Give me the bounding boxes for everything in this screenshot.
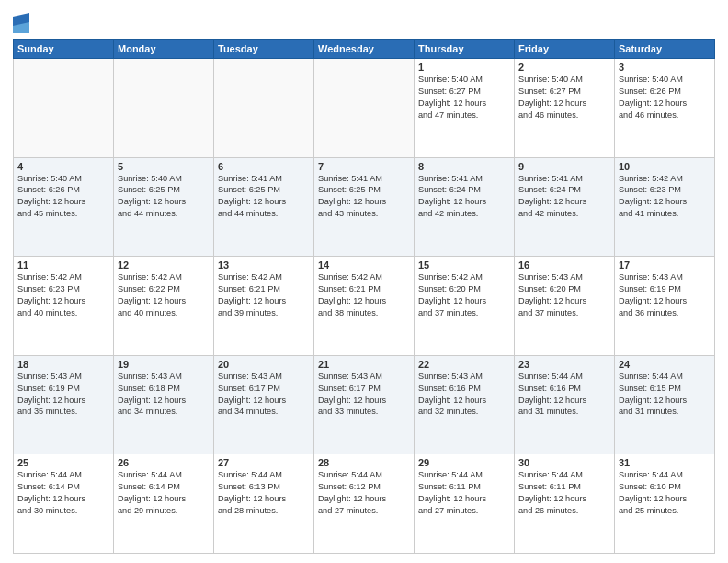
weekday-header: Tuesday [214,40,314,59]
calendar-week-row: 25Sunrise: 5:44 AM Sunset: 6:14 PM Dayli… [14,454,715,554]
day-info: Sunrise: 5:40 AM Sunset: 6:27 PM Dayligh… [518,74,610,121]
calendar-header-row: SundayMondayTuesdayWednesdayThursdayFrid… [14,40,715,59]
calendar-day-cell: 6Sunrise: 5:41 AM Sunset: 6:25 PM Daylig… [214,157,314,257]
weekday-header: Sunday [14,40,114,59]
day-number: 27 [218,457,310,468]
day-number: 7 [318,161,410,172]
day-number: 23 [518,359,610,370]
calendar-day-cell: 8Sunrise: 5:41 AM Sunset: 6:24 PM Daylig… [415,157,515,257]
day-info: Sunrise: 5:42 AM Sunset: 6:23 PM Dayligh… [619,173,711,221]
day-info: Sunrise: 5:43 AM Sunset: 6:16 PM Dayligh… [418,371,510,419]
calendar-day-cell [14,59,114,158]
day-info: Sunrise: 5:44 AM Sunset: 6:15 PM Dayligh… [619,371,711,419]
day-number: 13 [218,259,310,270]
calendar-day-cell: 7Sunrise: 5:41 AM Sunset: 6:25 PM Daylig… [314,157,415,257]
day-info: Sunrise: 5:43 AM Sunset: 6:19 PM Dayligh… [17,371,109,419]
day-number: 30 [518,457,610,468]
header [13,9,715,33]
calendar-week-row: 11Sunrise: 5:42 AM Sunset: 6:23 PM Dayli… [14,257,715,356]
day-info: Sunrise: 5:43 AM Sunset: 6:17 PM Dayligh… [318,371,410,419]
day-info: Sunrise: 5:42 AM Sunset: 6:23 PM Dayligh… [17,271,109,319]
day-number: 21 [318,359,410,370]
day-number: 2 [518,62,610,73]
calendar-week-row: 4Sunrise: 5:40 AM Sunset: 6:26 PM Daylig… [14,157,715,257]
calendar-day-cell: 31Sunrise: 5:44 AM Sunset: 6:10 PM Dayli… [615,454,715,554]
logo-icon [13,13,29,33]
calendar-day-cell: 4Sunrise: 5:40 AM Sunset: 6:26 PM Daylig… [14,157,114,257]
day-number: 17 [619,259,711,270]
day-number: 19 [118,359,210,370]
day-number: 31 [619,457,711,468]
day-number: 1 [418,62,510,73]
calendar-day-cell: 29Sunrise: 5:44 AM Sunset: 6:11 PM Dayli… [415,454,515,554]
day-number: 14 [318,259,410,270]
day-info: Sunrise: 5:41 AM Sunset: 6:25 PM Dayligh… [218,173,310,221]
weekday-header: Monday [114,40,214,59]
calendar-day-cell: 23Sunrise: 5:44 AM Sunset: 6:16 PM Dayli… [515,355,615,454]
day-number: 8 [418,161,510,172]
day-number: 10 [619,161,711,172]
day-info: Sunrise: 5:44 AM Sunset: 6:11 PM Dayligh… [518,469,610,517]
day-number: 25 [17,457,109,468]
day-info: Sunrise: 5:44 AM Sunset: 6:16 PM Dayligh… [518,371,610,419]
day-number: 4 [17,161,109,172]
day-number: 5 [118,161,210,172]
calendar-day-cell: 25Sunrise: 5:44 AM Sunset: 6:14 PM Dayli… [14,454,114,554]
day-number: 16 [518,259,610,270]
day-info: Sunrise: 5:43 AM Sunset: 6:19 PM Dayligh… [619,271,711,319]
day-info: Sunrise: 5:44 AM Sunset: 6:13 PM Dayligh… [218,469,310,517]
day-number: 3 [619,62,711,73]
calendar-table: SundayMondayTuesdayWednesdayThursdayFrid… [13,39,715,554]
calendar-day-cell: 26Sunrise: 5:44 AM Sunset: 6:14 PM Dayli… [114,454,214,554]
day-info: Sunrise: 5:44 AM Sunset: 6:12 PM Dayligh… [318,469,410,517]
day-info: Sunrise: 5:44 AM Sunset: 6:14 PM Dayligh… [118,469,210,517]
page: SundayMondayTuesdayWednesdayThursdayFrid… [0,0,728,563]
day-number: 6 [218,161,310,172]
calendar-day-cell: 27Sunrise: 5:44 AM Sunset: 6:13 PM Dayli… [214,454,314,554]
day-info: Sunrise: 5:43 AM Sunset: 6:18 PM Dayligh… [118,371,210,419]
logo [13,13,32,33]
day-info: Sunrise: 5:41 AM Sunset: 6:25 PM Dayligh… [318,173,410,221]
day-number: 20 [218,359,310,370]
day-info: Sunrise: 5:44 AM Sunset: 6:11 PM Dayligh… [418,469,510,517]
day-info: Sunrise: 5:41 AM Sunset: 6:24 PM Dayligh… [518,173,610,221]
day-info: Sunrise: 5:40 AM Sunset: 6:26 PM Dayligh… [17,173,109,221]
day-info: Sunrise: 5:42 AM Sunset: 6:21 PM Dayligh… [218,271,310,319]
calendar-day-cell: 1Sunrise: 5:40 AM Sunset: 6:27 PM Daylig… [415,59,515,158]
day-info: Sunrise: 5:42 AM Sunset: 6:20 PM Dayligh… [418,271,510,319]
day-info: Sunrise: 5:41 AM Sunset: 6:24 PM Dayligh… [418,173,510,221]
day-info: Sunrise: 5:40 AM Sunset: 6:26 PM Dayligh… [619,74,711,121]
calendar-day-cell: 15Sunrise: 5:42 AM Sunset: 6:20 PM Dayli… [415,257,515,356]
weekday-header: Saturday [615,40,715,59]
calendar-day-cell: 17Sunrise: 5:43 AM Sunset: 6:19 PM Dayli… [615,257,715,356]
calendar-day-cell: 24Sunrise: 5:44 AM Sunset: 6:15 PM Dayli… [615,355,715,454]
day-number: 15 [418,259,510,270]
day-number: 28 [318,457,410,468]
day-number: 29 [418,457,510,468]
calendar-day-cell: 12Sunrise: 5:42 AM Sunset: 6:22 PM Dayli… [114,257,214,356]
day-number: 12 [118,259,210,270]
calendar-day-cell: 18Sunrise: 5:43 AM Sunset: 6:19 PM Dayli… [14,355,114,454]
day-number: 18 [17,359,109,370]
calendar-day-cell: 11Sunrise: 5:42 AM Sunset: 6:23 PM Dayli… [14,257,114,356]
calendar-day-cell [214,59,314,158]
day-info: Sunrise: 5:40 AM Sunset: 6:25 PM Dayligh… [118,173,210,221]
calendar-day-cell: 21Sunrise: 5:43 AM Sunset: 6:17 PM Dayli… [314,355,415,454]
day-info: Sunrise: 5:42 AM Sunset: 6:21 PM Dayligh… [318,271,410,319]
calendar-week-row: 1Sunrise: 5:40 AM Sunset: 6:27 PM Daylig… [14,59,715,158]
calendar-day-cell [114,59,214,158]
calendar-day-cell: 19Sunrise: 5:43 AM Sunset: 6:18 PM Dayli… [114,355,214,454]
calendar-day-cell: 2Sunrise: 5:40 AM Sunset: 6:27 PM Daylig… [515,59,615,158]
calendar-week-row: 18Sunrise: 5:43 AM Sunset: 6:19 PM Dayli… [14,355,715,454]
calendar-day-cell: 9Sunrise: 5:41 AM Sunset: 6:24 PM Daylig… [515,157,615,257]
calendar-day-cell: 13Sunrise: 5:42 AM Sunset: 6:21 PM Dayli… [214,257,314,356]
calendar-day-cell: 5Sunrise: 5:40 AM Sunset: 6:25 PM Daylig… [114,157,214,257]
day-number: 24 [619,359,711,370]
weekday-header: Friday [515,40,615,59]
calendar-day-cell: 22Sunrise: 5:43 AM Sunset: 6:16 PM Dayli… [415,355,515,454]
day-number: 22 [418,359,510,370]
day-info: Sunrise: 5:42 AM Sunset: 6:22 PM Dayligh… [118,271,210,319]
day-info: Sunrise: 5:43 AM Sunset: 6:17 PM Dayligh… [218,371,310,419]
calendar-day-cell [314,59,415,158]
day-info: Sunrise: 5:44 AM Sunset: 6:14 PM Dayligh… [17,469,109,517]
